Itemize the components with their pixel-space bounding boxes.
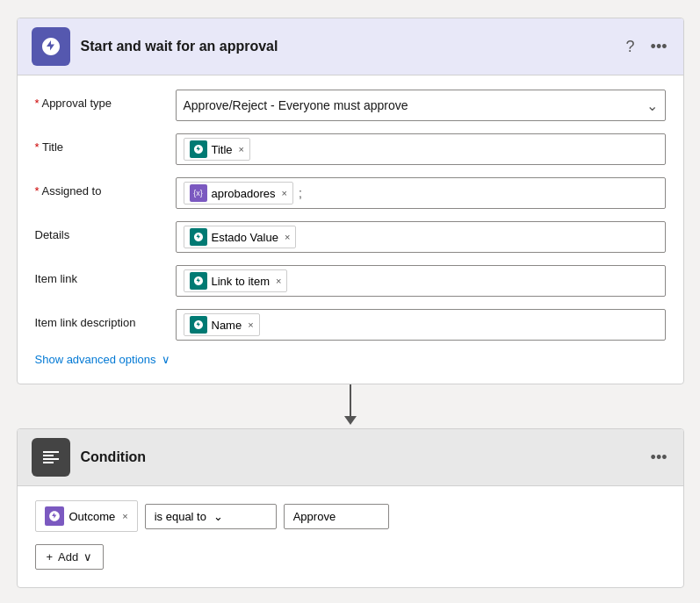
- details-token-close[interactable]: ×: [285, 232, 290, 242]
- more-options-button[interactable]: •••: [649, 36, 669, 58]
- condition-card-body: Outcome × is equal to ⌄ Approve + Add ∨: [18, 486, 683, 587]
- details-row: Details Estado Value ×: [35, 221, 666, 253]
- assigned-to-label: * Assigned to: [35, 177, 176, 197]
- condition-row: Outcome × is equal to ⌄ Approve: [35, 500, 666, 532]
- approval-card-body: * Approval type Approve/Reject - Everyon…: [18, 75, 683, 384]
- item-link-desc-token: Name ×: [184, 313, 260, 336]
- show-advanced-chevron-icon: ∨: [162, 353, 170, 366]
- show-advanced-button[interactable]: Show advanced options ∨: [35, 353, 170, 366]
- title-token-close[interactable]: ×: [239, 144, 244, 154]
- item-link-row: Item link Link to item ×: [35, 265, 666, 297]
- approval-type-row: * Approval type Approve/Reject - Everyon…: [35, 90, 666, 121]
- assigned-to-token-text: aprobadores: [212, 187, 276, 200]
- details-token-text: Estado Value: [212, 231, 278, 244]
- title-token: Title ×: [184, 138, 251, 161]
- details-token-icon: [190, 228, 207, 246]
- details-field[interactable]: Estado Value ×: [176, 221, 666, 253]
- add-plus-icon: +: [47, 550, 54, 564]
- item-link-desc-token-text: Name: [212, 319, 242, 332]
- connector: [344, 384, 357, 428]
- condition-more-button[interactable]: •••: [649, 447, 669, 469]
- outcome-token-close[interactable]: ×: [122, 511, 127, 521]
- item-link-token-text: Link to item: [212, 275, 270, 288]
- approval-card-title: Start and wait for an approval: [81, 39, 614, 54]
- condition-card: Condition ••• Outcome × is equal to ⌄ Ap…: [17, 428, 684, 588]
- assigned-to-field[interactable]: {x} aprobadores × ;: [176, 177, 666, 209]
- title-field[interactable]: Title ×: [176, 133, 666, 165]
- add-chevron-icon: ∨: [83, 550, 92, 564]
- approval-icon: [32, 27, 70, 66]
- item-link-token-close[interactable]: ×: [276, 276, 281, 286]
- assigned-to-row: * Assigned to {x} aprobadores × ;: [35, 177, 666, 209]
- assigned-to-token-icon: {x}: [190, 184, 207, 202]
- approval-type-label: * Approval type: [35, 90, 176, 110]
- condition-value-field[interactable]: Approve: [284, 504, 389, 529]
- outcome-token: Outcome ×: [35, 500, 138, 532]
- help-button[interactable]: ?: [624, 36, 637, 58]
- condition-operator-value: is equal to: [155, 510, 206, 523]
- details-token: Estado Value ×: [184, 226, 297, 248]
- condition-operator-dropdown[interactable]: is equal to ⌄: [145, 504, 277, 529]
- assigned-to-token: {x} aprobadores ×: [184, 182, 293, 205]
- approval-card: Start and wait for an approval ? ••• * A…: [17, 18, 684, 384]
- outcome-token-text: Outcome: [69, 510, 116, 523]
- details-label: Details: [35, 221, 176, 241]
- item-link-token-icon: [190, 272, 207, 290]
- add-button-label: Add: [58, 550, 78, 564]
- item-link-token: Link to item ×: [184, 269, 288, 292]
- title-row: * Title Title ×: [35, 133, 666, 165]
- outcome-token-icon: [45, 506, 64, 526]
- condition-value-text: Approve: [293, 510, 336, 523]
- item-link-desc-row: Item link description Name ×: [35, 309, 666, 341]
- condition-card-header: Condition •••: [18, 429, 683, 486]
- condition-more-actions: •••: [649, 447, 669, 469]
- condition-card-title: Condition: [81, 449, 639, 465]
- approval-icon-svg: [40, 36, 61, 57]
- show-advanced-label: Show advanced options: [35, 353, 156, 366]
- add-button[interactable]: + Add ∨: [35, 544, 105, 570]
- title-label: * Title: [35, 133, 176, 154]
- assigned-to-separator: ;: [299, 186, 302, 200]
- item-link-desc-token-icon: [190, 316, 207, 334]
- item-link-desc-token-close[interactable]: ×: [248, 319, 253, 330]
- title-token-text: Title: [212, 143, 233, 156]
- item-link-field[interactable]: Link to item ×: [176, 265, 666, 297]
- condition-icon: [32, 438, 70, 477]
- connector-arrow-icon: [344, 416, 357, 425]
- connector-line: [350, 384, 351, 416]
- title-token-icon: [190, 140, 207, 158]
- item-link-desc-label: Item link description: [35, 309, 176, 329]
- item-link-label: Item link: [35, 265, 176, 285]
- assigned-to-token-close[interactable]: ×: [282, 188, 287, 198]
- item-link-desc-field[interactable]: Name ×: [176, 309, 666, 341]
- approval-card-header: Start and wait for an approval ? •••: [18, 18, 683, 75]
- approval-type-dropdown[interactable]: Approve/Reject - Everyone must approve ⌄: [176, 90, 666, 121]
- approval-card-actions: ? •••: [624, 36, 669, 58]
- approval-type-value: Approve/Reject - Everyone must approve: [184, 98, 408, 112]
- condition-operator-arrow-icon: ⌄: [213, 510, 223, 523]
- dropdown-arrow-icon: ⌄: [646, 97, 658, 114]
